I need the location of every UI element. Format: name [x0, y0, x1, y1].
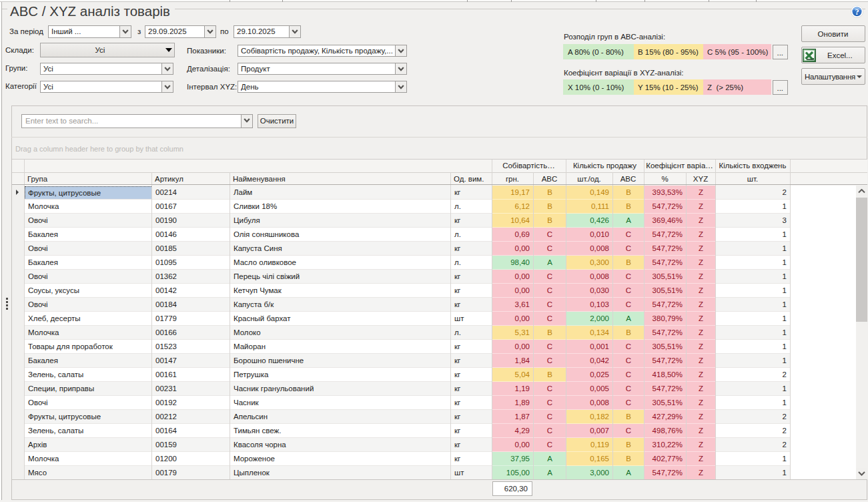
svg-text:?: ?: [855, 7, 859, 17]
